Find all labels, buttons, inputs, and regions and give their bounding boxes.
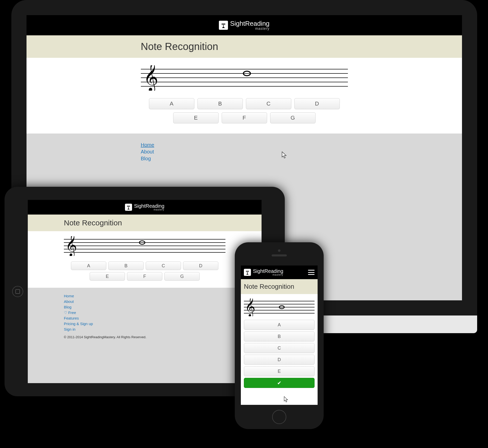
logo-text: SightReading mastery — [253, 269, 283, 276]
answer-button-e[interactable]: E — [173, 112, 219, 123]
footer: Home About Blog — [27, 134, 462, 170]
answer-button-g[interactable]: G — [270, 112, 316, 123]
logo-text: SightReading mastery — [134, 203, 164, 211]
page-title: Note Recognition — [64, 219, 225, 227]
app-logo[interactable]: SightReading mastery — [125, 203, 164, 211]
copyright-text: © 2011-2014 SightReadingMastery. All Rig… — [64, 335, 225, 339]
iphone-camera — [278, 249, 280, 252]
logo-main-text: SightReading — [230, 20, 269, 27]
footer-link-free[interactable]: ♡ Free — [64, 310, 76, 315]
answer-button-f[interactable]: F — [222, 112, 267, 123]
app-header: SightReading mastery — [28, 200, 262, 215]
iphone-speaker — [272, 254, 287, 256]
answer-row-1: A B C D — [141, 98, 348, 109]
footer-link-signin[interactable]: Sign in — [64, 327, 75, 331]
answer-button-c[interactable]: C — [244, 343, 315, 353]
footer: Home About Blog ♡ Free Features Pricing … — [28, 288, 262, 344]
answer-button-f[interactable]: F — [127, 272, 162, 281]
iphone-screen: SightReading mastery Note Recognition 𝄞 — [241, 266, 318, 405]
ipad-screen: SightReading mastery Note Recognition — [28, 200, 262, 383]
logo-sub-text: mastery — [230, 27, 269, 30]
footer-link-blog[interactable]: Blog — [141, 156, 151, 161]
answer-button-c[interactable]: C — [246, 98, 291, 109]
music-staff: 𝄞 — [244, 299, 315, 316]
check-icon: ✔ — [277, 380, 281, 386]
logo-sub-text: mastery — [134, 208, 164, 211]
page-title: Note Recognition — [244, 283, 315, 291]
staff-area: 𝄞 — [241, 294, 318, 320]
ipad-home-button[interactable] — [12, 286, 23, 297]
answers-column: A B C D E ✔ — [241, 320, 318, 388]
footer-link-about[interactable]: About — [141, 149, 154, 154]
answer-button-e[interactable]: E — [244, 366, 315, 376]
answer-button-g[interactable]: G — [164, 272, 200, 281]
answer-button-b[interactable]: B — [108, 261, 144, 270]
footer-link-pricing[interactable]: Pricing & Sign up — [64, 322, 93, 326]
staff-area: 𝄞 A B C D E F G — [28, 231, 262, 288]
footer-link-home[interactable]: Home — [64, 294, 74, 298]
app-header: SightReading mastery — [27, 15, 462, 35]
logo-main-text: SightReading — [134, 203, 164, 208]
answer-row-1: A B C D — [64, 261, 225, 270]
footer-link-features[interactable]: Features — [64, 316, 79, 320]
iphone-home-button[interactable] — [272, 410, 286, 424]
page-title: Note Recognition — [141, 41, 348, 52]
app-logo[interactable]: SightReading mastery — [219, 20, 269, 30]
answer-button-d[interactable]: D — [294, 98, 340, 109]
title-band: Note Recognition — [27, 35, 462, 58]
logo-sub-text: mastery — [253, 274, 283, 276]
cursor-icon — [284, 396, 288, 403]
answer-button-b[interactable]: B — [197, 98, 243, 109]
confirm-button[interactable]: ✔ — [244, 378, 315, 388]
answer-button-b[interactable]: B — [244, 331, 315, 341]
logo-text: SightReading mastery — [230, 20, 269, 30]
answer-button-e[interactable]: E — [90, 272, 125, 281]
treble-clef-icon: 𝄞 — [65, 236, 77, 256]
staff-area: 𝄞 A B C D E F G — [27, 58, 462, 134]
answer-button-a[interactable]: A — [149, 98, 194, 109]
music-stand-icon — [244, 269, 251, 276]
answer-row-2: E F G — [64, 272, 225, 281]
menu-icon[interactable] — [308, 270, 315, 275]
answer-button-d[interactable]: D — [244, 355, 315, 365]
answer-button-a[interactable]: A — [71, 261, 106, 270]
music-stand-icon — [219, 21, 228, 30]
answer-button-a[interactable]: A — [244, 320, 315, 330]
answer-button-c[interactable]: C — [146, 261, 181, 270]
answer-row-2: E F G — [141, 112, 348, 123]
title-band: Note Recognition — [28, 215, 262, 231]
music-staff: 𝄞 — [141, 65, 348, 91]
title-band: Note Recognition — [241, 279, 318, 294]
logo-main-text: SightReading — [253, 269, 283, 274]
music-staff: 𝄞 — [64, 236, 225, 256]
treble-clef-icon: 𝄞 — [245, 299, 255, 316]
treble-clef-icon: 𝄞 — [143, 65, 158, 91]
iphone-frame: SightReading mastery Note Recognition 𝄞 — [235, 242, 324, 429]
app-header: SightReading mastery — [241, 266, 318, 279]
footer-links: Home About Blog — [141, 142, 348, 162]
cursor-icon — [281, 151, 287, 159]
footer-link-blog[interactable]: Blog — [64, 305, 71, 309]
footer-links: Home About Blog ♡ Free Features Pricing … — [64, 294, 225, 332]
answer-button-d[interactable]: D — [183, 261, 218, 270]
footer-link-about[interactable]: About — [64, 299, 74, 304]
footer-link-home[interactable]: Home — [141, 142, 154, 148]
music-stand-icon — [125, 204, 132, 211]
